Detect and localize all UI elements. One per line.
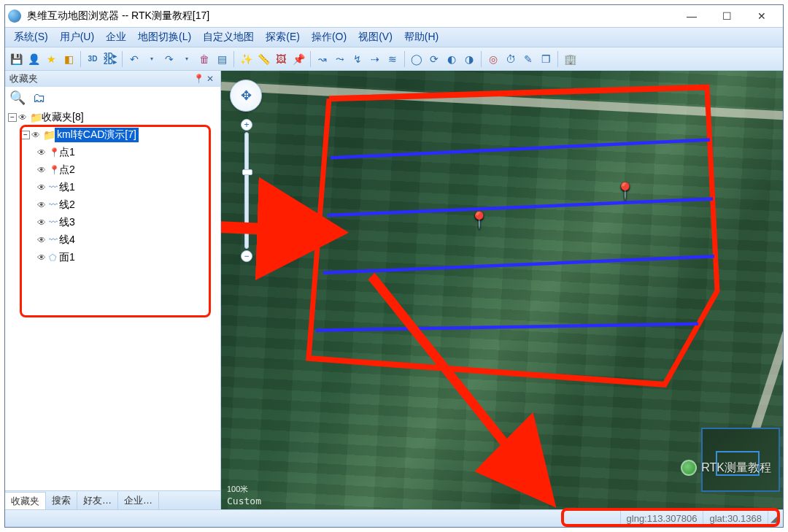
side-panel: 收藏夹 📍 ✕ 🔍 🗂 − 👁 📁 收藏夹[8] <box>5 71 221 509</box>
menu-mapswitch[interactable]: 地图切换(L) <box>132 29 197 45</box>
tab-search[interactable]: 搜索 <box>46 492 77 509</box>
menubar: 系统(S) 用户(U) 企业 地图切换(L) 自定义地图 探索(E) 操作(O)… <box>5 27 783 47</box>
trash-icon[interactable]: 🗑 <box>196 51 212 67</box>
line-icon: 〰 <box>49 235 59 245</box>
tab-favorites[interactable]: 收藏夹 <box>5 492 46 510</box>
window-title: 奥维互动地图浏览器 -- RTK测量教程[17] <box>27 9 681 23</box>
shape3-icon[interactable]: ≋ <box>385 51 401 67</box>
folder-icon: 📁 <box>30 112 42 123</box>
main-area: 收藏夹 📍 ✕ 🔍 🗂 − 👁 📁 收藏夹[8] <box>5 71 783 509</box>
circle1-icon[interactable]: ◯ <box>409 51 425 67</box>
map-canvas[interactable]: 📍 📍 ✥ + − 100米 Custom <box>221 71 783 509</box>
tree-root-row[interactable]: − 👁 📁 收藏夹[8] <box>8 109 217 126</box>
track-icon[interactable]: ↝ <box>314 51 331 67</box>
eye-icon[interactable]: 👁 <box>18 112 30 123</box>
app-icon <box>8 9 21 23</box>
wechat-icon <box>681 460 697 476</box>
tree-item[interactable]: 👁📍点2 <box>8 161 217 179</box>
circle3-icon[interactable]: ◐ <box>444 51 460 67</box>
tree-root-label: 收藏夹[8] <box>42 111 84 124</box>
pin-icon[interactable]: 📌 <box>290 51 306 67</box>
tree-item[interactable]: 👁〰线2 <box>8 196 217 214</box>
close-button[interactable]: ✕ <box>751 8 773 24</box>
menu-user[interactable]: 用户(U) <box>54 29 100 45</box>
layers-icon[interactable]: ❒ <box>538 51 554 67</box>
status-lat: glat:30.1368 <box>703 510 768 527</box>
tree-item[interactable]: 👁〰线3 <box>8 214 217 231</box>
user-icon[interactable]: 👤 <box>26 51 42 67</box>
annotation-arrows <box>221 71 783 509</box>
tree-item[interactable]: 👁〰线1 <box>8 179 217 196</box>
tree-item[interactable]: 👁〰线4 <box>8 231 217 249</box>
props-icon[interactable]: ▤ <box>214 51 230 67</box>
maximize-button[interactable]: ☐ <box>716 8 738 24</box>
target-icon[interactable]: ◎ <box>485 51 501 67</box>
timer-icon[interactable]: ⏱ <box>503 51 519 67</box>
point-icon: 📍 <box>49 147 59 158</box>
pin-panel-icon[interactable]: 📍 <box>193 74 204 84</box>
screenshot-icon[interactable]: 🖼 <box>273 51 289 67</box>
line-icon: 〰 <box>49 200 59 210</box>
redo-dd-icon[interactable]: ▾ <box>179 51 195 67</box>
shape2-icon[interactable]: ⇢ <box>367 51 383 67</box>
cascade-icon[interactable]: 🗂 <box>33 90 46 106</box>
side-tools: 🔍 🗂 <box>5 87 220 109</box>
menu-operate[interactable]: 操作(O) <box>306 29 352 45</box>
3d2d-icon[interactable]: 3D▸2D▸ <box>102 51 118 67</box>
watermark: RTK测量教程 <box>681 460 771 476</box>
save-icon[interactable]: 💾 <box>8 51 24 67</box>
tree-item[interactable]: 👁⬠面1 <box>8 249 217 266</box>
point-icon: 📍 <box>49 165 59 175</box>
titlebar: 奥维互动地图浏览器 -- RTK测量教程[17] — ☐ ✕ <box>5 5 783 27</box>
tree-folder-row[interactable]: − 👁 📁 kml转CAD演示[7] <box>8 126 217 144</box>
side-title: 收藏夹 <box>9 72 38 85</box>
status-lng: glng:113.307806 <box>620 510 703 527</box>
undo-dd-icon[interactable]: ▾ <box>144 51 160 67</box>
menu-enterprise[interactable]: 企业 <box>100 29 132 45</box>
svg-line-0 <box>221 227 331 232</box>
svg-line-1 <box>371 276 546 494</box>
favorites-tree[interactable]: − 👁 📁 收藏夹[8] − 👁 📁 kml转CAD演示[7] 👁📍点1 👁📍点… <box>5 109 220 490</box>
menu-help[interactable]: 帮助(H) <box>398 29 444 45</box>
building-icon[interactable]: 🏢 <box>562 51 578 67</box>
menu-system[interactable]: 系统(S) <box>8 29 54 45</box>
folder-icon: 📁 <box>43 129 55 141</box>
route-icon[interactable]: ⤳ <box>332 51 348 67</box>
tree-folder-label: kml转CAD演示[7] <box>55 128 139 142</box>
app-window: 奥维互动地图浏览器 -- RTK测量教程[17] — ☐ ✕ 系统(S) 用户(… <box>4 4 784 528</box>
menu-explore[interactable]: 探索(E) <box>260 29 306 45</box>
collapse-icon[interactable]: − <box>8 113 17 122</box>
side-tabs: 收藏夹 搜索 好友… 企业… <box>5 490 220 509</box>
elem-icon[interactable]: ◧ <box>61 51 77 67</box>
close-panel-icon[interactable]: ✕ <box>204 74 216 84</box>
redo-icon[interactable]: ↷ <box>161 51 177 67</box>
toolbar: 💾 👤 ★ ◧ 3D 3D▸2D▸ ↶ ▾ ↷ ▾ 🗑 ▤ ✨ 📏 🖼 📌 ↝ … <box>5 47 783 71</box>
wand-icon[interactable]: ✨ <box>238 51 254 67</box>
eye-icon[interactable]: 👁 <box>31 130 43 140</box>
collapse-icon[interactable]: − <box>21 131 30 139</box>
line-icon: 〰 <box>49 217 59 228</box>
search-icon[interactable]: 🔍 <box>9 90 26 106</box>
status-resize-icon[interactable]: ◢ <box>768 510 780 527</box>
tree-item[interactable]: 👁📍点1 <box>8 144 217 161</box>
polygon-icon: ⬠ <box>49 252 59 263</box>
star-icon[interactable]: ★ <box>43 51 59 67</box>
ruler-icon[interactable]: 📏 <box>255 51 271 67</box>
3d-icon[interactable]: 3D <box>85 51 101 67</box>
shape1-icon[interactable]: ↯ <box>349 51 366 67</box>
tab-enterprise[interactable]: 企业… <box>118 492 159 509</box>
circle2-icon[interactable]: ⟳ <box>426 51 442 67</box>
menu-custommap[interactable]: 自定义地图 <box>197 29 260 45</box>
minimize-button[interactable]: — <box>681 8 703 24</box>
undo-icon[interactable]: ↶ <box>126 51 142 67</box>
status-bar: glng:113.307806 glat:30.1368 ◢ <box>5 509 783 527</box>
tab-friends[interactable]: 好友… <box>77 492 118 509</box>
line-icon: 〰 <box>49 182 59 193</box>
side-header: 收藏夹 📍 ✕ <box>5 71 220 87</box>
edit-icon[interactable]: ✎ <box>520 51 536 67</box>
menu-view[interactable]: 视图(V) <box>352 29 398 45</box>
circle4-icon[interactable]: ◑ <box>461 51 477 67</box>
